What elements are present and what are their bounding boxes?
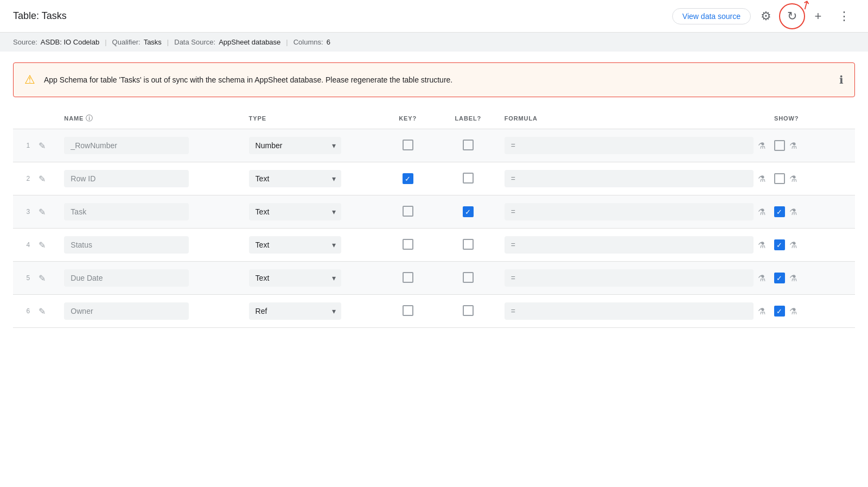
show-cell-4: ✓⚗ (770, 229, 855, 262)
field-name-2 (60, 162, 244, 195)
type-select-5[interactable]: Text (249, 269, 341, 287)
show-flask-icon-6[interactable]: ⚗ (789, 306, 797, 317)
type-select-2[interactable]: Text (249, 170, 341, 187)
formula-flask-icon-2[interactable]: ⚗ (758, 174, 765, 184)
add-button[interactable]: + (807, 5, 829, 27)
edit-icon-6[interactable]: ✎ (34, 295, 60, 328)
type-select-1[interactable]: Number (249, 137, 341, 154)
field-name-input-3[interactable] (64, 203, 189, 220)
key-checkbox-6[interactable] (379, 295, 436, 328)
col-header-formula: FORMULA (500, 108, 770, 129)
info-icon[interactable]: ℹ (839, 73, 844, 86)
refresh-button[interactable]: ↻ (781, 5, 803, 27)
formula-flask-icon-6[interactable]: ⚗ (758, 306, 765, 317)
row-num-5: 5 (13, 262, 34, 295)
warning-icon: ⚠ (24, 73, 35, 87)
warning-text: App Schema for table 'Tasks' is out of s… (44, 75, 831, 84)
key-checkbox-5[interactable] (379, 262, 436, 295)
field-name-5 (60, 262, 244, 295)
more-icon: ⋮ (838, 9, 850, 23)
key-checkbox-1[interactable] (379, 129, 436, 162)
formula-cell-5: ⚗ (500, 262, 770, 295)
columns-label: Columns: (293, 38, 323, 46)
edit-icon-5[interactable]: ✎ (34, 262, 60, 295)
show-checkbox-2[interactable] (774, 173, 785, 184)
key-checkbox-4[interactable] (379, 229, 436, 262)
formula-input-5[interactable] (505, 269, 754, 287)
refresh-button-wrapper: ↻ ↗ (781, 5, 803, 27)
show-checkbox-1[interactable] (774, 140, 785, 151)
label-checkbox-4[interactable] (436, 229, 500, 262)
settings-button[interactable]: ⚙ (755, 5, 777, 27)
label-checkbox-2[interactable] (436, 162, 500, 195)
col-header-name: NAME ⓘ (60, 108, 244, 129)
formula-flask-icon-1[interactable]: ⚗ (758, 141, 765, 151)
more-button[interactable]: ⋮ (833, 5, 855, 27)
show-checkbox-4[interactable]: ✓ (774, 239, 785, 250)
data-source-value: AppSheet database (219, 38, 280, 46)
type-select-6[interactable]: Ref (249, 302, 341, 320)
label-checkbox-3[interactable]: ✓ (436, 195, 500, 229)
formula-flask-icon-3[interactable]: ⚗ (758, 207, 765, 217)
warning-banner: ⚠ App Schema for table 'Tasks' is out of… (13, 62, 855, 97)
label-checkbox-5[interactable] (436, 262, 500, 295)
view-data-source-button[interactable]: View data source (672, 8, 751, 24)
edit-icon-2[interactable]: ✎ (34, 162, 60, 195)
qualifier-label: Qualifier: (112, 38, 141, 46)
data-source-label: Data Source: (174, 38, 215, 46)
field-name-6 (60, 295, 244, 328)
formula-flask-icon-5[interactable]: ⚗ (758, 273, 765, 283)
field-name-input-6[interactable] (64, 302, 189, 320)
show-flask-icon-3[interactable]: ⚗ (789, 207, 797, 217)
key-checkbox-3[interactable] (379, 195, 436, 229)
table-row: 1✎Number⚗⚗ (13, 129, 855, 162)
formula-input-3[interactable] (505, 203, 754, 220)
field-name-input-5[interactable] (64, 269, 189, 287)
field-type-2: Text (245, 162, 380, 195)
col-header-label: LABEL? (436, 108, 500, 129)
show-cell-3: ✓⚗ (770, 195, 855, 229)
edit-icon-3[interactable]: ✎ (34, 195, 60, 229)
table-row: 3✎Text✓⚗✓⚗ (13, 195, 855, 229)
type-select-4[interactable]: Text (249, 236, 341, 254)
col-header-show: SHOW? (770, 108, 855, 129)
row-num-6: 6 (13, 295, 34, 328)
formula-input-4[interactable] (505, 236, 754, 254)
show-cell-5: ✓⚗ (770, 262, 855, 295)
formula-input-6[interactable] (505, 302, 754, 320)
formula-input-2[interactable] (505, 170, 754, 187)
source-value: ASDB: IO Codelab (41, 38, 99, 46)
show-flask-icon-1[interactable]: ⚗ (789, 141, 797, 151)
show-flask-icon-5[interactable]: ⚗ (789, 273, 797, 283)
label-checkbox-6[interactable] (436, 295, 500, 328)
formula-input-1[interactable] (505, 137, 754, 154)
row-num-2: 2 (13, 162, 34, 195)
type-select-3[interactable]: Text (249, 203, 341, 220)
formula-cell-1: ⚗ (500, 129, 770, 162)
show-checkbox-6[interactable]: ✓ (774, 306, 785, 317)
col-header-type: TYPE (245, 108, 380, 129)
label-checkbox-1[interactable] (436, 129, 500, 162)
field-name-4 (60, 229, 244, 262)
show-checkbox-5[interactable]: ✓ (774, 273, 785, 283)
header-actions: View data source ⚙ ↻ ↗ + ⋮ (672, 5, 855, 27)
col-header-rownum (13, 108, 34, 129)
formula-flask-icon-4[interactable]: ⚗ (758, 240, 765, 250)
field-name-3 (60, 195, 244, 229)
columns-value: 6 (327, 38, 330, 46)
edit-icon-1[interactable]: ✎ (34, 129, 60, 162)
show-checkbox-3[interactable]: ✓ (774, 206, 785, 217)
field-name-input-2[interactable] (64, 170, 189, 187)
show-flask-icon-4[interactable]: ⚗ (789, 240, 797, 250)
field-name-input-4[interactable] (64, 236, 189, 254)
header: Table: Tasks View data source ⚙ ↻ ↗ + ⋮ (0, 0, 868, 33)
edit-icon-4[interactable]: ✎ (34, 229, 60, 262)
key-checkbox-2[interactable]: ✓ (379, 162, 436, 195)
table-header-row: NAME ⓘ TYPE KEY? LABEL? FORMULA SHOW? (13, 108, 855, 129)
qualifier-value: Tasks (144, 38, 162, 46)
field-name-input-1[interactable] (64, 137, 189, 154)
show-cell-2: ⚗ (770, 162, 855, 195)
field-name-1 (60, 129, 244, 162)
source-bar: Source: ASDB: IO Codelab | Qualifier: Ta… (0, 33, 868, 52)
show-flask-icon-2[interactable]: ⚗ (789, 174, 797, 184)
